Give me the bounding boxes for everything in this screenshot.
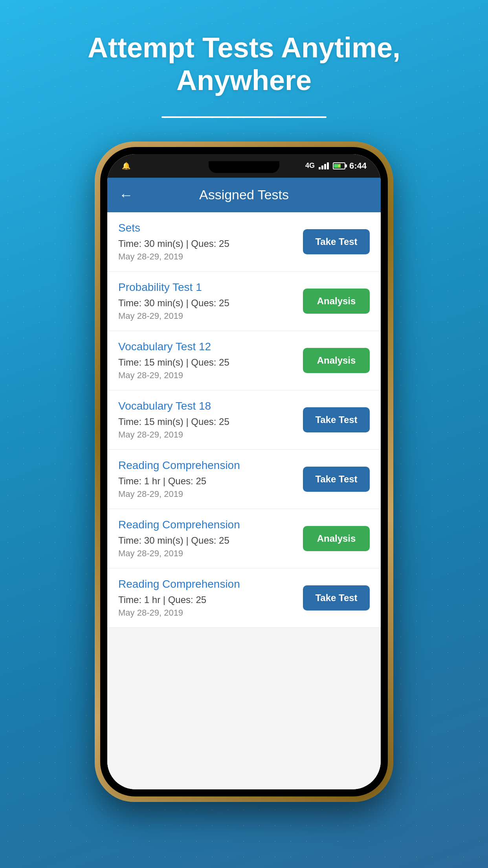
take-test-button-sets[interactable]: Take Test	[303, 229, 370, 254]
test-date-reading-comprehension-2: May 28-29, 2019	[118, 548, 295, 559]
test-info-vocabulary-test-18: Vocabulary Test 18Time: 15 min(s) | Ques…	[118, 400, 295, 440]
test-details-reading-comprehension-1: Time: 1 hr | Ques: 25	[118, 476, 295, 487]
analysis-button-vocabulary-test-12[interactable]: Analysis	[303, 348, 370, 373]
test-item: Vocabulary Test 12Time: 15 min(s) | Ques…	[107, 331, 381, 390]
signal-bar-4	[327, 162, 329, 169]
status-right: 4G ⚡ 6:44	[305, 161, 367, 171]
test-item: Reading ComprehensionTime: 1 hr | Ques: …	[107, 568, 381, 628]
test-date-vocabulary-test-12: May 28-29, 2019	[118, 370, 295, 381]
test-date-reading-comprehension-3: May 28-29, 2019	[118, 608, 295, 618]
hero-divider	[161, 116, 327, 118]
phone-screen: 🔔 4G ⚡	[107, 154, 381, 789]
test-list: SetsTime: 30 min(s) | Ques: 25May 28-29,…	[107, 212, 381, 789]
test-date-probability-test-1: May 28-29, 2019	[118, 311, 295, 321]
test-name-sets: Sets	[118, 222, 295, 234]
test-details-vocabulary-test-12: Time: 15 min(s) | Ques: 25	[118, 357, 295, 368]
test-info-probability-test-1: Probability Test 1Time: 30 min(s) | Ques…	[118, 281, 295, 321]
test-details-probability-test-1: Time: 30 min(s) | Ques: 25	[118, 298, 295, 309]
test-details-sets: Time: 30 min(s) | Ques: 25	[118, 238, 295, 249]
test-details-reading-comprehension-2: Time: 30 min(s) | Ques: 25	[118, 535, 295, 546]
test-info-reading-comprehension-2: Reading ComprehensionTime: 30 min(s) | Q…	[118, 519, 295, 559]
test-details-vocabulary-test-18: Time: 15 min(s) | Ques: 25	[118, 416, 295, 427]
test-item: Reading ComprehensionTime: 1 hr | Ques: …	[107, 450, 381, 509]
test-item: SetsTime: 30 min(s) | Ques: 25May 28-29,…	[107, 212, 381, 272]
test-name-reading-comprehension-2: Reading Comprehension	[118, 519, 295, 531]
silent-icon: 🔔	[121, 161, 131, 171]
test-info-reading-comprehension-3: Reading ComprehensionTime: 1 hr | Ques: …	[118, 578, 295, 618]
take-test-button-reading-comprehension-3[interactable]: Take Test	[303, 585, 370, 611]
test-date-sets: May 28-29, 2019	[118, 252, 295, 262]
status-left: 🔔	[121, 161, 131, 171]
test-info-sets: SetsTime: 30 min(s) | Ques: 25May 28-29,…	[118, 222, 295, 262]
test-info-reading-comprehension-1: Reading ComprehensionTime: 1 hr | Ques: …	[118, 459, 295, 499]
test-name-reading-comprehension-3: Reading Comprehension	[118, 578, 295, 590]
signal-bars	[319, 162, 329, 169]
test-name-reading-comprehension-1: Reading Comprehension	[118, 459, 295, 472]
test-item: Vocabulary Test 18Time: 15 min(s) | Ques…	[107, 390, 381, 450]
test-date-reading-comprehension-1: May 28-29, 2019	[118, 489, 295, 499]
test-name-vocabulary-test-18: Vocabulary Test 18	[118, 400, 295, 412]
test-name-probability-test-1: Probability Test 1	[118, 281, 295, 294]
signal-bar-3	[324, 164, 326, 169]
header-title: Assigned Tests	[141, 187, 347, 202]
app-header: ← Assigned Tests	[107, 178, 381, 212]
take-test-button-vocabulary-test-18[interactable]: Take Test	[303, 407, 370, 432]
time-display: 6:44	[349, 161, 367, 171]
phone-frame: 🔔 4G ⚡	[95, 142, 393, 802]
signal-bar-1	[319, 167, 321, 169]
back-button[interactable]: ←	[119, 187, 133, 203]
hero-title: Attempt Tests Anytime, Anywhere	[0, 31, 488, 97]
battery-bolt: ⚡	[337, 164, 341, 168]
battery-fill: ⚡	[334, 164, 341, 168]
status-bar: 🔔 4G ⚡	[107, 154, 381, 178]
battery-icon: ⚡	[333, 162, 345, 169]
signal-bar-2	[321, 166, 323, 169]
notch	[209, 161, 279, 173]
test-item: Probability Test 1Time: 30 min(s) | Ques…	[107, 272, 381, 331]
test-info-vocabulary-test-12: Vocabulary Test 12Time: 15 min(s) | Ques…	[118, 340, 295, 381]
test-details-reading-comprehension-3: Time: 1 hr | Ques: 25	[118, 594, 295, 605]
phone-mockup: 🔔 4G ⚡	[95, 142, 393, 802]
analysis-button-probability-test-1[interactable]: Analysis	[303, 289, 370, 314]
take-test-button-reading-comprehension-1[interactable]: Take Test	[303, 467, 370, 492]
network-indicator: 4G	[305, 162, 315, 170]
test-item: Reading ComprehensionTime: 30 min(s) | Q…	[107, 509, 381, 568]
analysis-button-reading-comprehension-2[interactable]: Analysis	[303, 526, 370, 551]
phone-inner: 🔔 4G ⚡	[100, 147, 388, 796]
test-date-vocabulary-test-18: May 28-29, 2019	[118, 430, 295, 440]
test-name-vocabulary-test-12: Vocabulary Test 12	[118, 340, 295, 353]
